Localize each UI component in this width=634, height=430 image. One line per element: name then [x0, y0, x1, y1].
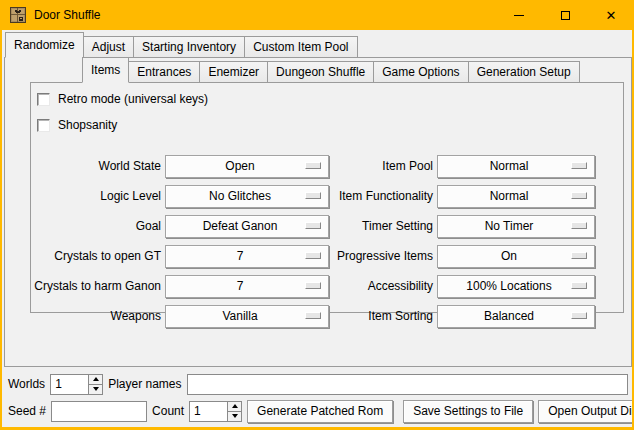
logic-level-label: Logic Level: [33, 181, 161, 211]
accessibility-dropdown[interactable]: 100% Locations: [437, 275, 595, 298]
item-sorting-dropdown[interactable]: Balanced: [437, 305, 595, 328]
seed-input[interactable]: [51, 401, 147, 422]
item-pool-label: Item Pool: [333, 151, 433, 181]
crystals-ganon-dropdown[interactable]: 7: [165, 275, 329, 298]
door-icon: [10, 7, 26, 23]
logic-level-dropdown[interactable]: No Glitches: [165, 185, 329, 208]
dropdown-indicator-icon: [571, 192, 587, 199]
dropdown-indicator-icon: [571, 162, 587, 169]
tab-game-options[interactable]: Game Options: [373, 61, 468, 83]
worlds-label: Worlds: [8, 377, 45, 391]
retro-mode-label: Retro mode (universal keys): [58, 92, 208, 106]
dropdown-indicator-icon: [305, 252, 321, 259]
title-bar: Door Shuffle ✕: [0, 0, 634, 30]
count-spinner: [189, 401, 242, 422]
close-icon[interactable]: ✕: [588, 0, 634, 30]
retro-mode-checkbox[interactable]: [37, 93, 50, 106]
tab-adjust[interactable]: Adjust: [83, 36, 134, 58]
dropdown-indicator-icon: [571, 282, 587, 289]
dropdown-indicator-icon: [305, 282, 321, 289]
caption-buttons: ✕: [496, 0, 634, 30]
world-state-label: World State: [33, 151, 161, 181]
settings-grid: World State Open Item Pool Normal Logic …: [31, 135, 623, 331]
generate-patched-rom-button[interactable]: Generate Patched Rom: [247, 400, 393, 423]
dropdown-indicator-icon: [305, 192, 321, 199]
crystals-gt-label: Crystals to open GT: [33, 241, 161, 271]
tab-dungeon-shuffle[interactable]: Dungeon Shuffle: [267, 61, 374, 83]
spin-up-icon[interactable]: [89, 375, 102, 384]
timer-setting-dropdown[interactable]: No Timer: [437, 215, 595, 238]
tab-entrances[interactable]: Entrances: [128, 61, 200, 83]
goal-dropdown[interactable]: Defeat Ganon: [165, 215, 329, 238]
shopsanity-checkbox[interactable]: [37, 119, 50, 132]
item-functionality-label: Item Functionality: [333, 181, 433, 211]
inner-tab-bar: Items Entrances Enemizer Dungeon Shuffle…: [82, 57, 579, 83]
count-label: Count: [152, 404, 184, 418]
window-title: Door Shuffle: [34, 8, 101, 22]
dropdown-indicator-icon: [305, 222, 321, 229]
item-functionality-dropdown[interactable]: Normal: [437, 185, 595, 208]
accessibility-label: Accessibility: [333, 271, 433, 301]
tab-randomize[interactable]: Randomize: [5, 32, 84, 58]
tab-starting-inventory[interactable]: Starting Inventory: [133, 36, 245, 58]
maximize-icon[interactable]: [542, 0, 588, 30]
retro-mode-row: Retro mode (universal keys): [37, 89, 623, 109]
tab-enemizer[interactable]: Enemizer: [199, 61, 268, 83]
shopsanity-label: Shopsanity: [58, 118, 117, 132]
shopsanity-row: Shopsanity: [37, 115, 623, 135]
dropdown-indicator-icon: [571, 252, 587, 259]
count-input[interactable]: [189, 401, 227, 422]
dropdown-indicator-icon: [305, 162, 321, 169]
dropdown-indicator-icon: [305, 312, 321, 319]
open-output-directory-button[interactable]: Open Output Directory: [538, 400, 634, 423]
weapons-label: Weapons: [33, 301, 161, 331]
item-pool-dropdown[interactable]: Normal: [437, 155, 595, 178]
spin-down-icon[interactable]: [228, 411, 241, 421]
seed-label: Seed #: [8, 404, 46, 418]
seed-row: Seed # Count Generate Patched Rom Save S…: [8, 399, 628, 423]
player-names-input[interactable]: [187, 374, 629, 395]
weapons-dropdown[interactable]: Vanilla: [165, 305, 329, 328]
progressive-items-dropdown[interactable]: On: [437, 245, 595, 268]
timer-setting-label: Timer Setting: [333, 211, 433, 241]
dropdown-indicator-icon: [571, 222, 587, 229]
worlds-row: Worlds Player names: [8, 373, 628, 395]
item-sorting-label: Item Sorting: [333, 301, 433, 331]
app-window: Door Shuffle ✕ Retro mode (universal key…: [0, 0, 634, 430]
items-pane: Retro mode (universal keys) Shopsanity W…: [30, 82, 624, 313]
spin-up-icon[interactable]: [228, 402, 241, 411]
goal-label: Goal: [33, 211, 161, 241]
dropdown-indicator-icon: [571, 312, 587, 319]
outer-tab-bar: Randomize Adjust Starting Inventory Cust…: [5, 32, 357, 58]
tab-generation-setup[interactable]: Generation Setup: [468, 61, 580, 83]
crystals-ganon-label: Crystals to harm Ganon: [33, 271, 161, 301]
worlds-spinner: [50, 374, 103, 395]
crystals-gt-dropdown[interactable]: 7: [165, 245, 329, 268]
progressive-items-label: Progressive Items: [333, 241, 433, 271]
player-names-label: Player names: [108, 377, 181, 391]
tab-custom-item-pool[interactable]: Custom Item Pool: [244, 36, 357, 58]
tab-items[interactable]: Items: [82, 57, 129, 83]
spin-down-icon[interactable]: [89, 384, 102, 394]
save-settings-button[interactable]: Save Settings to File: [403, 400, 533, 423]
minimize-icon[interactable]: [496, 0, 542, 30]
worlds-input[interactable]: [50, 374, 88, 395]
world-state-dropdown[interactable]: Open: [165, 155, 329, 178]
